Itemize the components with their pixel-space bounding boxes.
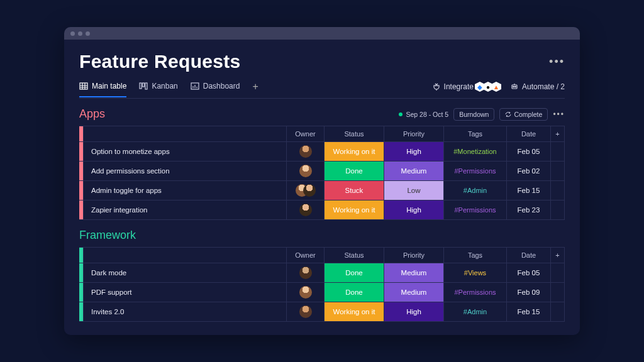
status-cell[interactable]: Working on it [324, 142, 384, 161]
svg-point-14 [515, 86, 516, 87]
svg-rect-0 [80, 83, 87, 89]
owner-cell[interactable] [286, 302, 324, 321]
col-status[interactable]: Status [324, 126, 384, 141]
status-cell[interactable]: Done [324, 263, 384, 282]
tag-cell[interactable]: #Permissions [443, 162, 506, 180]
item-name[interactable]: Admin toggle for apps [83, 181, 286, 200]
col-tags[interactable]: Tags [443, 248, 506, 263]
table-row[interactable]: Add permissions sectionDoneMedium#Permis… [79, 161, 564, 180]
priority-cell[interactable]: Low [384, 181, 443, 200]
table-row[interactable]: PDF supportDoneMedium#PermissionsFeb 09 [79, 282, 564, 302]
status-cell[interactable]: Stuck [324, 181, 384, 200]
kanban-icon [139, 82, 148, 90]
window-dot [70, 31, 75, 36]
row-end [550, 181, 564, 200]
item-name[interactable]: Zapier integration [83, 200, 286, 219]
date-cell[interactable]: Feb 15 [506, 302, 550, 321]
automate-button[interactable]: Automate / 2 [510, 82, 565, 91]
col-owner[interactable]: Owner [286, 126, 324, 141]
status-cell[interactable]: Done [324, 283, 384, 302]
tab-main-table[interactable]: Main table [79, 82, 126, 97]
owner-cell[interactable] [286, 263, 324, 282]
svg-rect-6 [143, 83, 145, 87]
owner-cell[interactable] [286, 200, 324, 219]
priority-cell[interactable]: High [384, 142, 443, 161]
col-date[interactable]: Date [506, 126, 550, 141]
item-name[interactable]: Option to monetize apps [83, 142, 286, 161]
date-cell[interactable]: Feb 05 [506, 142, 550, 161]
priority-cell[interactable]: Medium [384, 263, 443, 282]
table-row[interactable]: Admin toggle for appsStuckLow#AdminFeb 1… [79, 180, 564, 200]
item-name[interactable]: Invites 2.0 [83, 302, 286, 321]
status-cell[interactable]: Working on it [324, 302, 384, 321]
svg-rect-7 [145, 83, 147, 89]
col-owner[interactable]: Owner [286, 248, 324, 263]
group-apps: Apps Sep 28 - Oct 5 Burndown Complete [79, 107, 565, 220]
add-view-button[interactable]: + [252, 81, 258, 98]
page-title: Feature Requests [79, 51, 241, 72]
priority-cell[interactable]: High [384, 302, 443, 321]
col-priority[interactable]: Priority [384, 126, 443, 141]
automate-label: Automate / 2 [522, 82, 565, 91]
status-dot-icon [399, 112, 402, 116]
group-table: Owner Status Priority Tags Date + Dark m… [79, 247, 565, 322]
status-cell[interactable]: Working on it [324, 200, 384, 219]
date-cell[interactable]: Feb 05 [506, 263, 550, 282]
table-row[interactable]: Option to monetize appsWorking on itHigh… [79, 141, 564, 161]
col-date[interactable]: Date [506, 248, 550, 263]
table-row[interactable]: Zapier integrationWorking on itHigh#Perm… [79, 200, 564, 219]
tag-cell[interactable]: #Permissions [443, 283, 506, 302]
owner-cell[interactable] [286, 283, 324, 302]
integrate-label: Integrate [444, 82, 474, 91]
board-more-menu[interactable]: ••• [549, 55, 565, 69]
item-name[interactable]: PDF support [83, 283, 286, 302]
app-window: Feature Requests ••• Main table Kanban [64, 27, 580, 335]
priority-cell[interactable]: Medium [384, 162, 443, 180]
tag-cell[interactable]: #Permissions [443, 200, 506, 219]
item-name[interactable]: Dark mode [83, 263, 286, 282]
tag-cell[interactable]: #Admin [443, 181, 506, 200]
group-name[interactable]: Apps [79, 107, 105, 121]
tag-cell[interactable]: #Admin [443, 302, 506, 321]
group-more-menu[interactable]: ••• [553, 110, 565, 119]
col-name [83, 248, 286, 263]
burndown-button[interactable]: Burndown [453, 108, 494, 121]
date-cell[interactable]: Feb 23 [506, 200, 550, 219]
add-column-button[interactable]: + [550, 126, 564, 141]
priority-cell[interactable]: Medium [384, 283, 443, 302]
date-cell[interactable]: Feb 09 [506, 283, 550, 302]
date-cell[interactable]: Feb 15 [506, 181, 550, 200]
add-column-button[interactable]: + [550, 248, 564, 263]
table-row[interactable]: Dark modeDoneMedium#ViewsFeb 05 [79, 263, 564, 282]
tab-label: Main table [92, 82, 126, 90]
integrate-button[interactable]: Integrate ◆ ● ▲ [432, 82, 501, 92]
owner-cell[interactable] [286, 181, 324, 200]
col-tags[interactable]: Tags [443, 126, 506, 141]
row-end [550, 142, 564, 161]
complete-label: Complete [514, 111, 542, 118]
table-row[interactable]: Invites 2.0Working on itHigh#AdminFeb 15 [79, 302, 564, 321]
owner-cell[interactable] [286, 162, 324, 180]
date-range[interactable]: Sep 28 - Oct 5 [399, 111, 448, 118]
group-name[interactable]: Framework [79, 229, 136, 242]
tab-label: Kanban [152, 82, 177, 90]
item-name[interactable]: Add permissions section [83, 162, 286, 180]
complete-button[interactable]: Complete [499, 108, 548, 121]
burndown-label: Burndown [459, 111, 489, 118]
owner-cell[interactable] [286, 142, 324, 161]
tag-cell[interactable]: #Views [443, 263, 506, 282]
priority-cell[interactable]: High [384, 200, 443, 219]
col-status[interactable]: Status [324, 248, 384, 263]
col-priority[interactable]: Priority [384, 248, 443, 263]
tab-kanban[interactable]: Kanban [139, 82, 177, 97]
col-name [83, 126, 286, 141]
date-cell[interactable]: Feb 02 [506, 162, 550, 180]
table-icon [79, 82, 88, 90]
dashboard-icon [191, 82, 199, 90]
tag-cell[interactable]: #Monetization [443, 142, 506, 161]
row-end [550, 200, 564, 219]
tab-dashboard[interactable]: Dashboard [191, 82, 240, 97]
svg-rect-5 [140, 83, 142, 89]
tab-label: Dashboard [203, 82, 240, 90]
status-cell[interactable]: Done [324, 162, 384, 180]
